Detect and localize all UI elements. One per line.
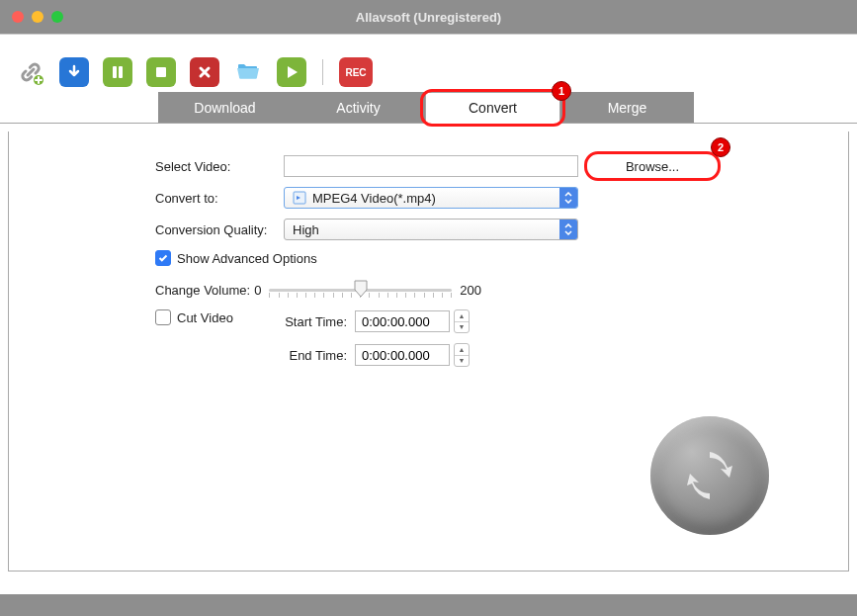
tab-convert-label: Convert [469, 100, 517, 116]
download-icon[interactable] [59, 57, 89, 87]
svg-rect-3 [156, 67, 166, 77]
end-time-label: End Time: [266, 348, 355, 363]
cut-video-label: Cut Video [177, 310, 233, 325]
browse-button[interactable]: Browse... 2 [588, 155, 717, 177]
check-icon [158, 253, 168, 263]
delete-icon[interactable] [190, 57, 219, 87]
change-volume-label: Change Volume: [155, 283, 250, 298]
volume-max-label: 200 [460, 283, 481, 298]
convert-to-select[interactable]: MPEG4 Video(*.mp4) [284, 187, 578, 209]
convert-to-value: MPEG4 Video(*.mp4) [312, 191, 436, 206]
file-type-icon [293, 191, 306, 205]
tab-merge[interactable]: Merge [560, 92, 694, 124]
conversion-quality-label: Conversion Quality: [155, 222, 284, 237]
svg-rect-2 [119, 66, 123, 78]
status-bar [0, 594, 857, 616]
volume-min-label: 0 [254, 283, 261, 298]
window-title: Allavsoft (Unregistered) [0, 10, 857, 25]
convert-action-button[interactable] [650, 416, 769, 535]
play-icon[interactable] [277, 57, 306, 87]
toolbar-separator [322, 59, 323, 85]
dropdown-arrow-icon [559, 220, 577, 239]
link-add-icon[interactable] [16, 57, 45, 87]
record-icon[interactable]: REC [339, 57, 373, 87]
pause-icon[interactable] [103, 57, 132, 87]
end-time-stepper[interactable]: ▲▼ [454, 343, 470, 367]
start-time-label: Start Time: [266, 314, 355, 329]
title-bar: Allavsoft (Unregistered) [0, 0, 857, 34]
show-advanced-label: Show Advanced Options [177, 251, 317, 266]
stepper-down-icon[interactable]: ▼ [455, 356, 469, 367]
slider-thumb-icon[interactable] [353, 280, 369, 296]
toolbar: REC [0, 52, 857, 92]
select-video-label: Select Video: [155, 159, 284, 174]
convert-panel: Select Video: Browse... 2 Convert to: MP… [8, 132, 849, 572]
svg-rect-1 [113, 66, 117, 78]
volume-slider[interactable] [269, 280, 452, 300]
annotation-badge-1: 1 [552, 81, 571, 101]
start-time-stepper[interactable]: ▲▼ [454, 309, 470, 333]
tab-bar: Download Activity Convert 1 Merge [0, 92, 857, 124]
convert-to-label: Convert to: [155, 191, 284, 206]
stepper-up-icon[interactable]: ▲ [455, 310, 469, 322]
stepper-up-icon[interactable]: ▲ [455, 344, 469, 356]
cut-video-checkbox[interactable] [155, 309, 171, 325]
tab-activity[interactable]: Activity [292, 92, 425, 124]
show-advanced-checkbox[interactable] [155, 250, 171, 266]
annotation-badge-2: 2 [711, 137, 730, 157]
folder-open-icon[interactable] [233, 57, 263, 87]
end-time-input[interactable] [355, 344, 450, 366]
annotation-highlight-browse [584, 151, 721, 181]
dropdown-arrow-icon [559, 188, 577, 208]
refresh-icon [682, 448, 737, 503]
tab-convert[interactable]: Convert 1 [425, 92, 560, 124]
start-time-input[interactable] [355, 310, 450, 332]
stepper-down-icon[interactable]: ▼ [455, 322, 469, 333]
conversion-quality-value: High [293, 222, 319, 237]
conversion-quality-select[interactable]: High [284, 219, 578, 240]
select-video-input[interactable] [284, 155, 578, 177]
stop-icon[interactable] [146, 57, 176, 87]
tab-download[interactable]: Download [158, 92, 292, 124]
